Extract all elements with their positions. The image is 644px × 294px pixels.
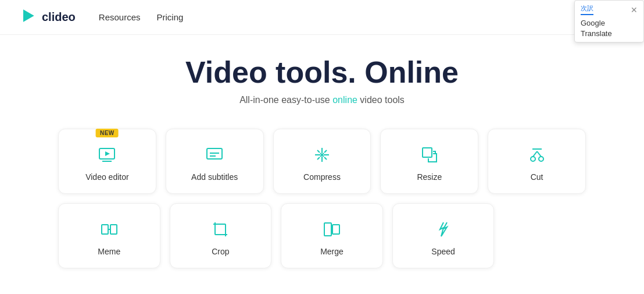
logo-text: clideo <box>42 10 76 24</box>
hero-subtitle-highlight: online <box>332 95 357 105</box>
svg-rect-19 <box>423 148 432 157</box>
add-subtitles-icon <box>205 146 224 164</box>
add-subtitles-label: Add subtitles <box>191 172 238 182</box>
svg-rect-25 <box>102 225 108 234</box>
translate-tab[interactable]: 次訳 <box>581 4 593 15</box>
nav-links: Resources Pricing <box>99 12 184 22</box>
tool-card-compress[interactable]: Compress <box>273 129 371 194</box>
speed-icon <box>434 220 453 239</box>
resize-label: Resize <box>417 172 442 182</box>
tool-card-cut[interactable]: Cut <box>488 129 586 194</box>
logo-icon <box>19 6 37 29</box>
tool-card-add-subtitles[interactable]: Add subtitles <box>166 129 264 194</box>
nav-pricing[interactable]: Pricing <box>157 12 184 22</box>
tools-row-1: NEW Video editor Add subtitles <box>58 129 586 194</box>
cut-icon <box>528 146 546 164</box>
translate-popup-header: 次訳 ✕ <box>581 4 638 15</box>
svg-line-23 <box>537 151 541 157</box>
tool-card-resize[interactable]: Resize <box>380 129 478 194</box>
hero-subtitle-plain: All-in-one easy-to-use <box>239 95 332 105</box>
tool-card-meme[interactable]: Meme <box>58 203 160 268</box>
new-badge: NEW <box>96 129 119 137</box>
svg-line-13 <box>320 155 322 157</box>
cut-label: Cut <box>531 172 543 182</box>
meme-icon <box>100 220 119 239</box>
svg-line-17 <box>317 157 320 160</box>
svg-line-14 <box>322 155 324 157</box>
compress-icon <box>313 146 331 164</box>
hero-section: Video tools. Online All-in-one easy-to-u… <box>0 35 644 117</box>
svg-marker-2 <box>105 151 110 156</box>
tool-card-video-editor[interactable]: NEW Video editor <box>58 129 156 194</box>
navbar: clideo Resources Pricing <box>0 0 644 35</box>
translate-title: Google Translate <box>581 19 612 38</box>
tool-card-merge[interactable]: Merge <box>281 203 383 268</box>
svg-rect-33 <box>324 223 331 236</box>
merge-icon <box>323 220 341 239</box>
video-editor-icon <box>98 146 116 164</box>
hero-subtitle: All-in-one easy-to-use online video tool… <box>12 95 632 105</box>
svg-point-20 <box>531 157 535 161</box>
google-translate-popup: 次訳 ✕ Google Translate <box>574 0 644 42</box>
tools-row-2: Meme Crop Merge <box>58 203 586 268</box>
nav-resources[interactable]: Resources <box>99 12 141 22</box>
resize-icon <box>420 146 439 164</box>
svg-line-18 <box>324 157 327 160</box>
tool-card-speed[interactable]: Speed <box>392 203 495 268</box>
svg-marker-0 <box>23 9 34 22</box>
svg-line-22 <box>533 151 537 157</box>
logo[interactable]: clideo <box>19 6 76 29</box>
crop-icon <box>211 220 230 239</box>
svg-line-15 <box>317 150 320 153</box>
video-editor-label: Video editor <box>85 172 128 182</box>
svg-rect-34 <box>332 225 339 234</box>
tools-section: NEW Video editor Add subtitles <box>0 117 644 268</box>
translate-close-icon[interactable]: ✕ <box>631 6 638 14</box>
tool-card-crop[interactable]: Crop <box>170 203 272 268</box>
svg-line-16 <box>324 150 327 153</box>
svg-point-21 <box>539 157 543 161</box>
svg-line-12 <box>322 153 324 155</box>
crop-label: Crop <box>212 247 229 256</box>
hero-title: Video tools. Online <box>12 56 632 89</box>
merge-label: Merge <box>320 247 344 256</box>
svg-rect-26 <box>110 225 117 234</box>
svg-rect-28 <box>215 224 226 235</box>
compress-label: Compress <box>303 172 341 182</box>
hero-subtitle-end: video tools <box>357 95 405 105</box>
speed-label: Speed <box>431 247 455 256</box>
meme-label: Meme <box>98 247 120 256</box>
